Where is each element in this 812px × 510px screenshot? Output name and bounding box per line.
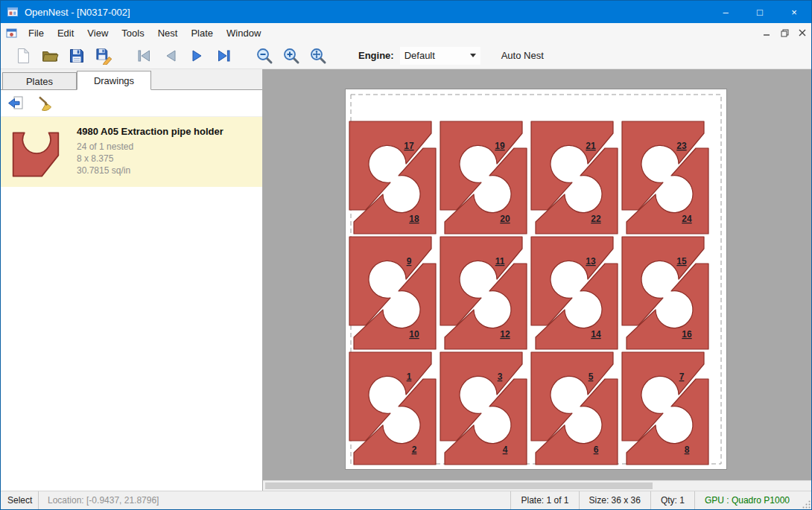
- part-number-top: 3: [498, 372, 503, 382]
- status-location: Location: [-0.9437, 21.8796]: [39, 495, 168, 506]
- main-toolbar: Engine: Default Auto Nest: [1, 42, 811, 69]
- menu-tools[interactable]: Tools: [115, 23, 150, 42]
- drawing-nested-count: 24 of 1 nested: [77, 141, 223, 153]
- minimize-button[interactable]: –: [708, 1, 743, 23]
- nav-previous-icon: [162, 47, 180, 65]
- zoom-out-icon: [256, 47, 273, 65]
- part-number-top: 19: [495, 141, 505, 151]
- open-file-button[interactable]: [37, 44, 63, 68]
- engine-select[interactable]: Default: [400, 47, 480, 65]
- menu-plate[interactable]: Plate: [184, 23, 220, 42]
- import-arrow-button[interactable]: [4, 92, 28, 115]
- engine-label: Engine:: [358, 50, 394, 61]
- maximize-button[interactable]: □: [743, 1, 777, 23]
- mdi-child-icon: [6, 28, 17, 39]
- app-icon: [7, 6, 19, 18]
- engine-selected-value: Default: [405, 50, 470, 61]
- nav-next-button[interactable]: [184, 44, 211, 68]
- tab-strip: Plates Drawings: [1, 69, 262, 89]
- mdi-close-button[interactable]: [793, 23, 811, 42]
- drawing-title: 4980 A05 Extraction pipe holder: [77, 126, 223, 137]
- drawing-area: 30.7815 sq/in: [77, 165, 223, 176]
- zoom-fit-button[interactable]: [305, 44, 332, 68]
- left-panel: Plates Drawings: [1, 69, 263, 491]
- save-edit-icon: [95, 47, 112, 65]
- zoom-in-button[interactable]: [278, 44, 305, 68]
- part-number-top: 5: [589, 372, 594, 382]
- save-icon: [68, 47, 86, 65]
- drawing-size: 8 x 8.375: [77, 153, 223, 165]
- zoom-out-button[interactable]: [251, 44, 278, 68]
- part-number-top: 23: [676, 141, 687, 151]
- main-area: Plates Drawings: [1, 69, 811, 491]
- part-number-bottom: 20: [500, 214, 510, 224]
- part-number-bottom: 10: [409, 329, 419, 340]
- import-arrow-icon: [7, 95, 25, 112]
- menu-bar: File Edit View Tools Nest Plate Window: [1, 23, 811, 42]
- part-number-bottom: 18: [409, 214, 419, 224]
- menu-nest[interactable]: Nest: [151, 23, 185, 42]
- part-number-top: 13: [586, 256, 596, 267]
- plate-sheet[interactable]: 171819202122232491011121314151612345678: [345, 89, 727, 470]
- status-qty: Qty: 1: [651, 495, 694, 506]
- status-bar: Select Location: [-0.9437, 21.8796] Plat…: [1, 491, 811, 509]
- menu-view[interactable]: View: [80, 23, 115, 42]
- broom-icon: [37, 95, 54, 112]
- status-plate: Plate: 1 of 1: [511, 495, 578, 506]
- mdi-minimize-button[interactable]: [758, 23, 775, 42]
- status-size: Size: 36 x 36: [580, 495, 650, 506]
- nav-previous-button[interactable]: [157, 44, 184, 68]
- nav-first-icon: [135, 47, 153, 65]
- close-button[interactable]: ×: [777, 1, 811, 23]
- part-number-bottom: 2: [412, 444, 417, 455]
- drawing-item-details: 4980 A05 Extraction pipe holder 24 of 1 …: [77, 123, 223, 178]
- part-number-top: 17: [404, 141, 414, 151]
- mdi-restore-button[interactable]: [775, 23, 793, 42]
- part-number-top: 1: [407, 372, 412, 382]
- nest-canvas[interactable]: 171819202122232491011121314151612345678: [263, 69, 811, 491]
- part-number-bottom: 22: [591, 214, 601, 224]
- status-mode: Select: [1, 495, 38, 506]
- title-bar: OpenNest - [N0317-002] – □ ×: [1, 1, 811, 23]
- drawings-toolbar: [1, 90, 262, 117]
- new-document-button[interactable]: [10, 44, 37, 68]
- nav-next-icon: [188, 47, 206, 65]
- part-number-bottom: 6: [594, 444, 599, 455]
- app-window: OpenNest - [N0317-002] – □ × File Edit V…: [0, 0, 812, 510]
- status-gpu: GPU : Quadro P1000: [695, 495, 799, 506]
- nav-last-icon: [215, 47, 233, 65]
- tab-drawings[interactable]: Drawings: [77, 71, 151, 90]
- part-number-top: 21: [586, 141, 596, 151]
- window-title: OpenNest - [N0317-002]: [25, 7, 130, 18]
- part-number-top: 11: [495, 256, 505, 267]
- menu-window[interactable]: Window: [220, 23, 267, 42]
- tab-plates[interactable]: Plates: [2, 72, 77, 89]
- save-edit-button[interactable]: [90, 44, 117, 68]
- drawings-panel: 4980 A05 Extraction pipe holder 24 of 1 …: [1, 89, 262, 491]
- drawing-list-item[interactable]: 4980 A05 Extraction pipe holder 24 of 1 …: [1, 117, 262, 187]
- save-button[interactable]: [63, 44, 90, 68]
- new-document-icon: [14, 47, 32, 65]
- scrollbar-thumb[interactable]: [265, 482, 653, 489]
- resize-grip[interactable]: [799, 491, 811, 509]
- nav-first-button[interactable]: [130, 44, 157, 68]
- menu-file[interactable]: File: [22, 23, 51, 42]
- chevron-down-icon: [470, 54, 476, 57]
- clean-button[interactable]: [34, 92, 57, 115]
- part-number-bottom: 16: [682, 329, 692, 340]
- part-number-bottom: 12: [500, 329, 510, 340]
- zoom-in-icon: [282, 47, 300, 65]
- part-number-bottom: 14: [591, 329, 601, 340]
- zoom-fit-icon: [309, 47, 327, 65]
- part-thumbnail: [11, 123, 60, 178]
- part-number-bottom: 4: [503, 444, 508, 455]
- part-number-top: 7: [679, 372, 685, 382]
- menu-edit[interactable]: Edit: [51, 23, 80, 42]
- horizontal-scrollbar[interactable]: [263, 480, 811, 491]
- part-number-bottom: 24: [682, 214, 692, 224]
- auto-nest-button[interactable]: Auto Nest: [497, 47, 548, 64]
- mdi-window-controls: [758, 23, 811, 42]
- nav-last-button[interactable]: [211, 44, 238, 68]
- part-number-top: 15: [676, 256, 687, 267]
- part-number-top: 9: [407, 256, 412, 267]
